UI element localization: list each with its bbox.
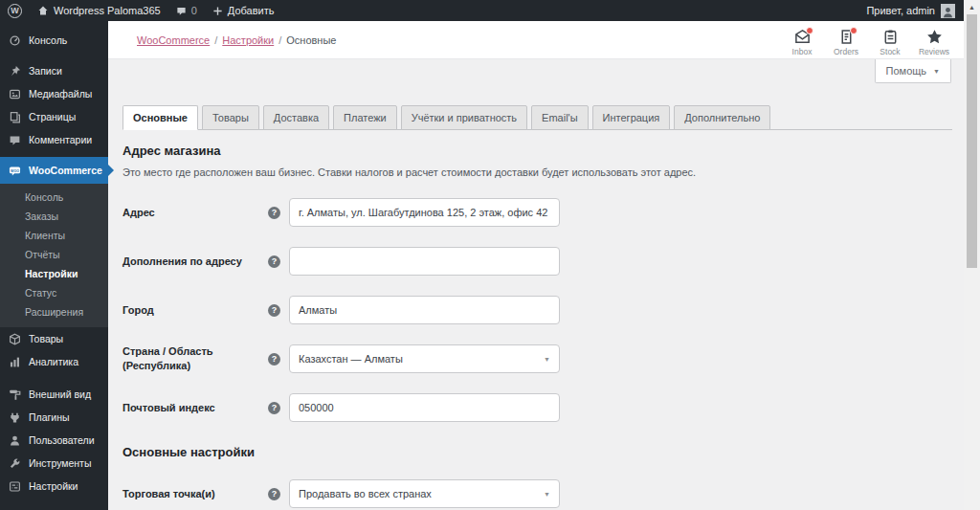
sidebar-item-users[interactable]: Пользователи bbox=[0, 429, 108, 452]
tab-accounts-privacy[interactable]: Учётки и приватность bbox=[401, 105, 527, 130]
address-2-label: Дополнения по адресу bbox=[122, 255, 268, 269]
breadcrumb-separator: / bbox=[278, 34, 281, 46]
plus-icon bbox=[212, 6, 223, 16]
country-select[interactable]: Казахстан — Алматы ▼ bbox=[289, 344, 560, 373]
sidebar-item-media[interactable]: Медиафайлы bbox=[0, 82, 108, 105]
general-options-heading: Основные настройки bbox=[122, 445, 952, 459]
site-name-link[interactable]: Wordpress Paloma365 bbox=[30, 0, 168, 21]
help-tip-icon[interactable]: ? bbox=[268, 304, 280, 317]
woocommerce-icon: WOO bbox=[9, 165, 21, 177]
woocommerce-submenu: Консоль Заказы Клиенты Отчёты Настройки … bbox=[0, 184, 108, 327]
submenu-item-status[interactable]: Статус bbox=[0, 283, 108, 302]
box-icon bbox=[9, 333, 21, 345]
activity-orders-button[interactable]: Orders bbox=[824, 23, 868, 56]
pin-icon bbox=[9, 65, 21, 78]
help-button[interactable]: Помощь ▼ bbox=[875, 59, 951, 83]
activity-reviews-button[interactable]: Reviews bbox=[912, 23, 956, 56]
activity-label: Reviews bbox=[919, 47, 949, 56]
submenu-item-customers[interactable]: Клиенты bbox=[0, 226, 108, 245]
orders-icon bbox=[838, 29, 855, 45]
breadcrumb-woocommerce-link[interactable]: WooCommerce bbox=[137, 34, 210, 46]
city-input[interactable] bbox=[289, 296, 560, 324]
settings-page: Основные Товары Доставка Платежи Учётки … bbox=[108, 105, 964, 508]
form-row-city: Город ? bbox=[122, 296, 952, 324]
account-greeting[interactable]: Привет, admin bbox=[866, 5, 935, 16]
tab-products[interactable]: Товары bbox=[202, 105, 259, 130]
wordpress-menu-button[interactable]: W bbox=[0, 0, 30, 21]
tab-shipping[interactable]: Доставка bbox=[263, 105, 329, 130]
help-tip-icon[interactable]: ? bbox=[268, 402, 280, 414]
tab-integration[interactable]: Интеграция bbox=[592, 105, 671, 130]
activity-inbox-button[interactable]: Inbox bbox=[780, 23, 824, 56]
avatar[interactable] bbox=[941, 4, 955, 18]
form-row-postcode: Почтовый индекс ? bbox=[122, 393, 952, 422]
postcode-label: Почтовый индекс bbox=[122, 401, 268, 415]
sidebar-item-collapse-menu[interactable] bbox=[0, 503, 108, 510]
form-row-address: Адрес ? bbox=[122, 198, 952, 227]
activity-label: Inbox bbox=[792, 47, 813, 56]
bar-chart-icon bbox=[9, 356, 21, 368]
submenu-item-orders[interactable]: Заказы bbox=[0, 207, 108, 226]
media-icon bbox=[9, 88, 21, 100]
plugin-icon bbox=[9, 411, 21, 424]
tab-advanced[interactable]: Дополнительно bbox=[674, 105, 770, 130]
breadcrumb-settings-link[interactable]: Настройки bbox=[222, 34, 274, 46]
sidebar-item-plugins[interactable]: Плагины bbox=[0, 406, 108, 429]
help-tip-icon[interactable]: ? bbox=[268, 255, 280, 268]
comments-bubble-button[interactable]: 0 bbox=[168, 0, 205, 21]
postcode-input[interactable] bbox=[289, 393, 560, 422]
pages-icon bbox=[9, 111, 21, 123]
breadcrumb-current: Основные bbox=[286, 34, 336, 46]
sidebar-item-pages[interactable]: Страницы bbox=[0, 105, 108, 128]
sidebar-item-label: Пользователи bbox=[29, 434, 95, 446]
tab-general[interactable]: Основные bbox=[122, 105, 198, 130]
sidebar-item-label: Медиафайлы bbox=[29, 88, 92, 100]
sidebar-item-settings[interactable]: Настройки bbox=[0, 475, 108, 498]
sidebar-item-label: Консоль bbox=[29, 34, 67, 46]
submenu-item-reports[interactable]: Отчёты bbox=[0, 245, 108, 264]
sidebar-item-label: Внешний вид bbox=[29, 388, 91, 400]
address-2-input[interactable] bbox=[289, 247, 560, 276]
help-tip-icon[interactable]: ? bbox=[268, 353, 280, 366]
tab-payments[interactable]: Платежи bbox=[333, 105, 397, 130]
help-tip-icon[interactable]: ? bbox=[268, 488, 280, 500]
page-scrollbar[interactable]: ▲ bbox=[964, 0, 980, 510]
reviews-star-icon bbox=[926, 29, 943, 45]
sidebar-item-products[interactable]: Товары bbox=[0, 327, 108, 350]
sidebar-item-appearance[interactable]: Внешний вид bbox=[0, 383, 108, 406]
wrench-icon bbox=[9, 457, 21, 470]
store-address-heading: Адрес магазина bbox=[122, 144, 952, 158]
sidebar-item-posts[interactable]: Записи bbox=[0, 59, 108, 82]
submenu-item-home[interactable]: Консоль bbox=[0, 188, 108, 207]
help-tip-icon[interactable]: ? bbox=[268, 207, 280, 219]
add-new-label: Добавить bbox=[228, 5, 275, 16]
activity-panel: Inbox Orders Stock Reviews bbox=[780, 23, 956, 56]
sidebar-item-label: Аналитика bbox=[29, 356, 78, 367]
sidebar-item-comments[interactable]: Комментарии bbox=[0, 128, 108, 151]
submenu-item-extensions[interactable]: Расширения bbox=[0, 302, 108, 322]
country-select-value: Казахстан — Алматы bbox=[299, 353, 403, 365]
activity-label: Orders bbox=[834, 47, 858, 56]
sidebar-item-analytics[interactable]: Аналитика bbox=[0, 350, 108, 373]
stock-icon bbox=[882, 29, 899, 45]
scrollbar-thumb[interactable] bbox=[967, 14, 977, 268]
brush-icon bbox=[9, 388, 21, 401]
activity-stock-button[interactable]: Stock bbox=[868, 23, 912, 56]
sidebar-item-dashboard[interactable]: Консоль bbox=[0, 29, 108, 52]
admin-sidebar: Консоль Записи Медиафайлы Страницы Комме… bbox=[0, 21, 108, 510]
chevron-down-icon: ▼ bbox=[544, 491, 550, 498]
breadcrumb: WooCommerce / Настройки / Основные bbox=[137, 34, 336, 46]
submenu-item-settings[interactable]: Настройки bbox=[0, 264, 108, 283]
sidebar-item-tools[interactable]: Инструменты bbox=[0, 452, 108, 475]
address-input[interactable] bbox=[289, 198, 560, 227]
city-label: Город bbox=[122, 303, 268, 318]
country-label: Страна / Область (Республика) bbox=[122, 344, 268, 373]
scrollbar-up-arrow[interactable]: ▲ bbox=[964, 0, 980, 14]
selling-location-select[interactable]: Продавать во всех странах ▼ bbox=[289, 479, 560, 508]
settings-icon bbox=[9, 480, 21, 493]
tab-emails[interactable]: Email'ы bbox=[531, 105, 589, 130]
sidebar-item-woocommerce[interactable]: WOO WooCommerce bbox=[0, 157, 108, 184]
sidebar-item-label: Записи bbox=[29, 65, 62, 77]
help-label: Помощь bbox=[886, 65, 927, 77]
add-new-button[interactable]: Добавить bbox=[205, 0, 282, 21]
